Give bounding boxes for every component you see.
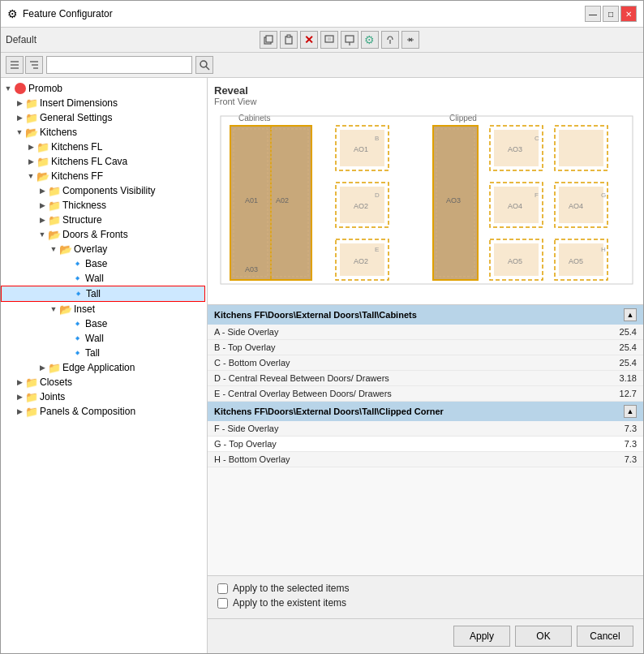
prop-group-header-cabinets: Kitchens FF\Doors\External Doors\Tall\Ca… <box>208 305 643 325</box>
tree-item-joints[interactable]: ▶ 📁 Joints <box>1 389 207 404</box>
prop-group-clipped-title: Kitchens FF\Doors\External Doors\Tall\Cl… <box>214 407 444 416</box>
tree-toggle-kitchens-fl-cava[interactable]: ▶ <box>25 156 36 167</box>
svg-rect-3 <box>287 35 290 37</box>
tree-toggle-doors-fronts[interactable]: ▼ <box>36 229 48 240</box>
main-window: ⚙ Feature Configurator — □ ✕ Default ✕ ⚙ <box>0 0 644 654</box>
toolbar-import-btn[interactable] <box>320 31 338 49</box>
tree-item-inset-base[interactable]: ▶ 🔹 Base <box>1 316 207 331</box>
label-H: H <box>601 246 606 253</box>
svg-line-16 <box>206 67 209 70</box>
label-C: C <box>535 135 539 142</box>
close-button[interactable]: ✕ <box>620 6 637 22</box>
search-icon-btn2[interactable] <box>25 56 43 74</box>
tree-toggle-structure[interactable]: ▶ <box>36 214 48 226</box>
prop-group-clipped-collapse[interactable]: ▲ <box>624 405 637 418</box>
tree-item-inset-wall[interactable]: ▶ 🔹 Wall <box>1 331 207 346</box>
tree-item-panels[interactable]: ▶ 📁 Panels & Composition <box>1 404 207 419</box>
toolbar-chain-btn[interactable] <box>401 31 419 49</box>
tree-toggle-overlay[interactable]: ▼ <box>48 243 59 255</box>
tree-item-insert-dims[interactable]: ▶ 📁 Insert Dimensions <box>1 96 207 110</box>
svg-rect-9 <box>11 61 19 62</box>
diagram-subtitle: Front View <box>214 97 637 106</box>
tree-item-components-visibility[interactable]: ▶ 📁 Components Visibility <box>1 183 207 198</box>
cancel-button[interactable]: Cancel <box>577 626 633 647</box>
tree-item-kitchens-fl[interactable]: ▶ 📁 Kitchens FL <box>1 140 207 154</box>
thickness-icon: 📁 <box>48 199 61 212</box>
prop-value-A: 25.4 <box>588 327 637 337</box>
tree-item-overlay-tall[interactable]: ▶ 🔹 Tall <box>1 286 205 302</box>
main-content: ▼ Promob ▶ 📁 Insert Dimensions ▶ 📁 Gener… <box>1 78 643 653</box>
tree-item-closets[interactable]: ▶ 📁 Closets <box>1 375 207 389</box>
diagram-svg: Cabinets Clipped A01 A02 <box>214 110 636 288</box>
toolbar-settings-btn[interactable]: ⚙ <box>361 31 379 49</box>
tree-toggle-general-settings[interactable]: ▶ <box>14 112 25 123</box>
tree-toggle-panels[interactable]: ▶ <box>14 406 25 417</box>
toolbar-copy-btn[interactable] <box>260 31 277 49</box>
search-icons <box>6 56 43 74</box>
tree-item-thickness[interactable]: ▶ 📁 Thickness <box>1 198 207 213</box>
svg-rect-10 <box>11 64 19 66</box>
tree-item-overlay[interactable]: ▼ 📂 Overlay <box>1 242 207 256</box>
prop-row-H: H - Bottom Overlay 7.3 <box>208 452 643 467</box>
tree-item-kitchens-fl-cava[interactable]: ▶ 📁 Kitchens FL Cava <box>1 154 207 169</box>
toolbar-delete-btn[interactable]: ✕ <box>300 31 318 49</box>
tree-toggle-insert-dims[interactable]: ▶ <box>14 97 25 109</box>
tree-item-kitchens[interactable]: ▼ 📂 Kitchens <box>1 125 207 140</box>
inset-icon: 📂 <box>59 303 72 316</box>
tree-toggle-inset[interactable]: ▼ <box>48 303 59 315</box>
tree-item-overlay-wall[interactable]: ▶ 🔹 Wall <box>1 271 207 286</box>
tree-item-general-settings[interactable]: ▶ 📁 General Settings <box>1 110 207 125</box>
label-AO2b: AO2 <box>354 257 368 265</box>
cabinets-label: Cabinets <box>238 114 270 123</box>
tree-item-kitchens-ff[interactable]: ▼ 📂 Kitchens FF <box>1 169 207 183</box>
prop-name-D: D - Central Reveal Between Doors/ Drawer… <box>214 373 588 383</box>
components-vis-icon: 📁 <box>48 184 61 197</box>
prop-name-F: F - Side Overlay <box>214 424 588 433</box>
apply-selected-checkbox[interactable] <box>217 583 228 594</box>
search-input[interactable] <box>46 56 192 74</box>
search-go-button[interactable] <box>195 56 213 74</box>
tree-panel: ▼ Promob ▶ 📁 Insert Dimensions ▶ 📁 Gener… <box>1 78 208 653</box>
clipped-label: Clipped <box>449 114 477 123</box>
tree-item-overlay-base[interactable]: ▶ 🔹 Base <box>1 256 207 271</box>
svg-rect-5 <box>328 37 331 41</box>
maximize-button[interactable]: □ <box>603 6 619 22</box>
tree-item-inset[interactable]: ▼ 📂 Inset <box>1 302 207 316</box>
tree-item-structure[interactable]: ▶ 📁 Structure <box>1 213 207 227</box>
tree-toggle-edge-app[interactable]: ▶ <box>36 362 48 373</box>
prop-name-B: B - Top Overlay <box>214 342 588 352</box>
prop-name-A: A - Side Overlay <box>214 327 588 337</box>
tree-toggle-components-vis[interactable]: ▶ <box>36 185 48 196</box>
prop-name-C: C - Bottom Overlay <box>214 358 588 368</box>
tree-toggle-kitchens-fl[interactable]: ▶ <box>25 141 36 153</box>
tree-toggle-kitchens-ff[interactable]: ▼ <box>25 170 36 182</box>
apply-existing-checkbox[interactable] <box>217 598 228 609</box>
apply-button[interactable]: Apply <box>453 626 510 647</box>
ok-button[interactable]: OK <box>515 626 572 647</box>
prop-row-A: A - Side Overlay 25.4 <box>208 325 643 340</box>
tree-item-promob[interactable]: ▼ Promob <box>1 81 207 96</box>
prop-group-cabinets-collapse[interactable]: ▲ <box>624 308 637 321</box>
minimize-button[interactable]: — <box>585 6 601 22</box>
inset-wall-icon: 🔹 <box>71 332 84 345</box>
search-icon-btn1[interactable] <box>6 56 24 74</box>
tree-item-edge-application[interactable]: ▶ 📁 Edge Application <box>1 360 207 375</box>
tree-toggle-joints[interactable]: ▶ <box>14 391 25 402</box>
prop-row-G: G - Top Overlay 7.3 <box>208 437 643 452</box>
prop-row-B: B - Top Overlay 25.4 <box>208 340 643 355</box>
label-A03: A03 <box>245 265 258 273</box>
tree-toggle-closets[interactable]: ▶ <box>14 376 25 388</box>
prop-name-H: H - Bottom Overlay <box>214 454 588 464</box>
svg-point-15 <box>200 61 207 67</box>
toolbar-export-btn[interactable] <box>341 31 358 49</box>
toolbar-paste-btn[interactable] <box>280 31 298 49</box>
right-panel: Reveal Front View Cabinets Clipped <box>208 78 643 653</box>
toolbar-link-btn[interactable] <box>381 31 399 49</box>
tree-toggle-thickness[interactable]: ▶ <box>36 200 48 211</box>
tree-item-inset-tall[interactable]: ▶ 🔹 Tall <box>1 346 207 360</box>
prop-group-cabinets-title: Kitchens FF\Doors\External Doors\Tall\Ca… <box>214 310 417 320</box>
tree-item-doors-fronts[interactable]: ▼ 📂 Doors & Fronts <box>1 227 207 242</box>
tree-toggle-kitchens[interactable]: ▼ <box>14 127 25 138</box>
tree-toggle-promob[interactable]: ▼ <box>2 83 14 94</box>
label-B: B <box>375 135 379 142</box>
